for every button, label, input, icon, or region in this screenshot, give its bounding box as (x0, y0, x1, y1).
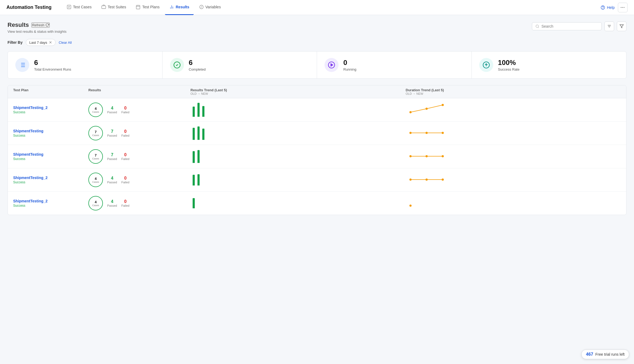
svg-point-40 (442, 155, 444, 157)
stat-icon-list (15, 58, 29, 72)
svg-point-42 (426, 179, 428, 181)
results-table: Test Plan Results Results Trend (Last 5)… (8, 85, 626, 215)
svg-point-38 (409, 155, 412, 157)
svg-line-16 (538, 27, 539, 28)
page-title: Results Refresh (8, 21, 66, 28)
trend-bar (193, 128, 195, 140)
nav-item-test-plans[interactable]: Test Plans (131, 0, 164, 15)
stat-icon-play (325, 58, 338, 72)
page-header-right (532, 21, 626, 31)
cases-circle: 4 Cases (88, 173, 103, 187)
table-row: ShipmentTesting Success 7 Cases 7 Passed… (8, 122, 626, 145)
table-header: Test Plan Results Results Trend (Last 5)… (8, 85, 626, 98)
stats-row: 6 Total Environment Runs 6 Completed 0 R… (8, 51, 626, 79)
refresh-button[interactable]: Refresh (31, 23, 50, 28)
stat-label-running: Running (343, 67, 356, 71)
filter-bar: Filter By Last 7 days ✕ Clear All (8, 39, 626, 46)
filter-button[interactable] (617, 21, 626, 31)
nav-items: Test Cases Test Suites Test Plans Result… (62, 0, 601, 15)
stat-card-total-runs: 6 Total Environment Runs (8, 52, 163, 78)
page-header-left: Results Refresh View test results & stat… (8, 21, 66, 34)
nav-right: Help ··· (600, 3, 628, 12)
results-cell: 7 Cases 7 Passed 0 Failed (88, 149, 190, 164)
nav-label-variables: Variables (206, 5, 221, 9)
trend-bar (197, 126, 200, 140)
sort-button[interactable] (604, 21, 614, 31)
filter-tag-last7days[interactable]: Last 7 days ✕ (26, 39, 56, 46)
trend-bars-cell (190, 198, 406, 208)
trend-bar (193, 107, 195, 117)
svg-point-34 (442, 104, 444, 106)
search-box (532, 22, 602, 30)
failed-stat: 0 Failed (121, 129, 129, 137)
stat-card-completed: 6 Completed (163, 52, 317, 78)
svg-point-35 (409, 132, 412, 134)
duration-trend-cell (406, 150, 621, 164)
svg-point-44 (409, 205, 412, 207)
filter-by-label: Filter By (8, 40, 23, 45)
plan-name[interactable]: ShipmentTesting (13, 152, 88, 156)
trend-bar (193, 151, 195, 163)
svg-marker-20 (620, 25, 623, 28)
svg-point-37 (442, 132, 444, 134)
trend-bar (202, 106, 204, 117)
stat-value-total-runs: 6 (34, 59, 71, 67)
passed-stat: 4 Passed (107, 176, 117, 184)
plan-status: Success (13, 157, 88, 161)
stat-label-total-runs: Total Environment Runs (34, 67, 71, 71)
stat-value-running: 0 (343, 59, 356, 67)
cases-circle: 7 Cases (88, 149, 103, 164)
plan-name[interactable]: ShipmentTesting (13, 129, 88, 133)
plan-name[interactable]: ShipmentTesting_2 (13, 176, 88, 180)
duration-trend-cell (406, 196, 621, 210)
clear-all-button[interactable]: Clear All (59, 41, 72, 45)
plan-status: Success (13, 204, 88, 208)
nav-item-test-cases[interactable]: Test Cases (62, 0, 96, 15)
svg-point-41 (409, 179, 412, 181)
table-row: ShipmentTesting_2 Success 4 Cases 4 Pass… (8, 168, 626, 192)
plan-info: ShipmentTesting_2 Success (13, 176, 88, 184)
svg-point-36 (426, 132, 428, 134)
passed-stat: 4 Passed (107, 199, 117, 207)
top-nav: Automation Testing Test Cases Test Suite… (0, 0, 634, 15)
stat-value-success-rate: 100% (498, 59, 520, 67)
passed-stat: 7 Passed (107, 152, 117, 161)
svg-point-33 (426, 108, 428, 110)
failed-stat: 0 Failed (121, 106, 129, 114)
results-cell: 7 Cases 7 Passed 0 Failed (88, 126, 190, 140)
plan-status: Success (13, 110, 88, 114)
svg-point-39 (426, 155, 428, 157)
svg-rect-4 (102, 6, 106, 9)
trend-bar (193, 198, 195, 208)
plan-name[interactable]: ShipmentTesting_2 (13, 199, 88, 203)
svg-point-43 (442, 179, 444, 181)
stat-card-success-rate: 100% Success Rate (472, 52, 626, 78)
nav-item-test-suites[interactable]: Test Suites (97, 0, 130, 15)
trend-bar (193, 175, 195, 185)
stat-card-running: 0 Running (317, 52, 472, 78)
plan-name[interactable]: ShipmentTesting_2 (13, 105, 88, 110)
search-icon (535, 24, 539, 28)
col-header-results-trend: Results Trend (Last 5) OLD → NEW (190, 88, 406, 95)
nav-item-results[interactable]: Results (165, 0, 194, 15)
nav-item-variables[interactable]: Variables (195, 0, 225, 15)
cases-circle: 7 Cases (88, 126, 103, 140)
passed-stat: 7 Passed (107, 129, 117, 137)
plan-info: ShipmentTesting_2 Success (13, 199, 88, 208)
filter-icon (619, 24, 624, 28)
trend-bars-cell (190, 126, 406, 140)
more-menu-button[interactable]: ··· (618, 3, 628, 12)
svg-rect-5 (136, 5, 140, 9)
trend-bar (197, 150, 200, 163)
cases-circle: 4 Cases (88, 103, 103, 117)
search-input[interactable] (541, 24, 598, 28)
failed-stat: 0 Failed (121, 199, 129, 207)
help-button[interactable]: Help (600, 5, 615, 10)
sort-icon (607, 24, 611, 28)
duration-trend-cell (406, 126, 621, 140)
svg-point-14 (603, 8, 603, 9)
trend-bar (197, 103, 200, 117)
filter-tag-close[interactable]: ✕ (49, 40, 52, 45)
duration-trend-cell (406, 173, 621, 187)
table-row: ShipmentTesting Success 7 Cases 7 Passed… (8, 145, 626, 168)
